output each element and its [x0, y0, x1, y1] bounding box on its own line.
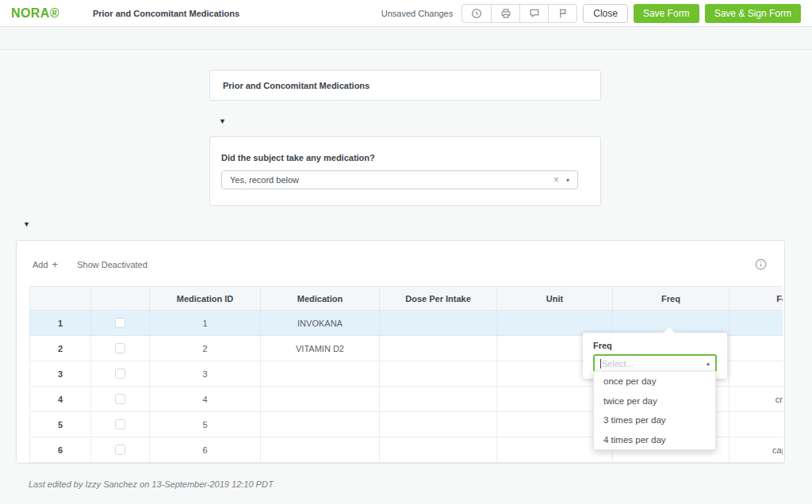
form-title: Prior and Concomitant Medications [93, 9, 239, 18]
dose-cell[interactable] [380, 361, 497, 387]
clear-selection-icon[interactable]: × [553, 174, 559, 185]
col-freq: Freq [613, 287, 730, 311]
table-toolbar: Add + Show Deactivated [33, 259, 147, 269]
history-icon[interactable] [462, 5, 491, 22]
close-button[interactable]: Close [583, 4, 628, 23]
freq-option[interactable]: once per day [594, 372, 715, 391]
freq-popup-label: Freq [593, 341, 717, 350]
medication-id-cell[interactable]: 5 [150, 412, 261, 437]
col-medication-id: Medication ID [150, 287, 261, 311]
flag-icon[interactable] [548, 5, 576, 22]
question-label: Did the subject take any medication? [221, 153, 589, 162]
comment-icon[interactable] [519, 5, 548, 22]
row-checkbox[interactable] [115, 368, 125, 379]
row-number-cell: 5 [30, 412, 91, 437]
medication-cell[interactable] [261, 387, 380, 412]
popup-caret [664, 327, 675, 333]
row-number-cell: 4 [30, 387, 91, 412]
row-checkbox[interactable] [115, 419, 125, 430]
row-select-cell [91, 336, 150, 361]
col-form: Form [730, 287, 783, 311]
medication-id-cell[interactable]: 2 [150, 336, 261, 361]
row-number-cell: 2 [30, 336, 91, 361]
section-title: Prior and Concomitant Medications [223, 81, 370, 90]
info-icon[interactable] [755, 258, 767, 273]
form-cell[interactable] [730, 412, 783, 437]
form-cell[interactable] [730, 336, 783, 361]
row-number-cell: 6 [30, 437, 91, 463]
medication-cell[interactable] [261, 412, 380, 437]
add-label: Add [33, 260, 48, 269]
freq-option[interactable]: 4 times per day [594, 430, 715, 450]
show-deactivated-toggle[interactable]: Show Deactivated [77, 260, 147, 269]
form-cell[interactable] [730, 311, 783, 336]
form-cell[interactable]: capsule [730, 437, 783, 463]
chevron-down-icon[interactable]: ▾ [566, 177, 569, 184]
selected-value: Yes, record below [230, 175, 553, 185]
col-unit: Unit [497, 287, 613, 311]
form-cell[interactable] [730, 361, 783, 387]
header-actions: Unsaved Changes Close Save Form Save & S… [381, 4, 801, 23]
dose-cell[interactable] [380, 336, 497, 361]
unit-cell[interactable] [497, 311, 613, 336]
row-checkbox[interactable] [115, 445, 125, 455]
last-edited-note: Last edited by Izzy Sanchez on 13-Septem… [29, 479, 274, 489]
nora-logo: NORA® [11, 6, 59, 21]
form-cell[interactable]: cream [730, 387, 783, 412]
row-select-cell [91, 361, 150, 387]
section-title-card: Prior and Concomitant Medications [209, 70, 601, 101]
freq-option[interactable]: twice per day [594, 391, 715, 411]
row-checkbox[interactable] [115, 318, 125, 328]
question-card: Did the subject take any medication? Yes… [209, 136, 601, 206]
col-select [91, 287, 150, 311]
print-icon[interactable] [491, 5, 519, 22]
sub-header-strip [0, 27, 812, 50]
medication-id-cell[interactable]: 1 [150, 311, 261, 336]
medication-id-cell[interactable]: 6 [150, 437, 261, 463]
header-icon-toolbar [462, 4, 577, 23]
medication-cell[interactable] [261, 361, 380, 387]
col-medication: Medication [261, 287, 380, 311]
medication-cell[interactable]: INVOKANA [261, 311, 380, 336]
collapse-arrow-icon[interactable]: ▼ [23, 221, 30, 228]
medication-question-select[interactable]: Yes, record below × ▾ [221, 170, 578, 189]
dose-cell[interactable] [380, 412, 497, 437]
row-select-cell [91, 412, 150, 437]
dose-cell[interactable] [380, 311, 497, 336]
freq-select-input[interactable]: Select... ▴ [593, 354, 717, 372]
freq-option[interactable]: 3 times per day [594, 410, 715, 430]
col-dose-per-intake: Dose Per Intake [380, 287, 497, 311]
table-header-row: Medication ID Medication Dose Per Intake… [30, 287, 783, 311]
dose-cell[interactable] [380, 437, 497, 463]
row-select-cell [91, 387, 150, 412]
top-header: NORA® Prior and Concomitant Medications … [0, 0, 812, 27]
col-rownum [30, 287, 91, 311]
row-select-cell [91, 437, 150, 463]
text-cursor [600, 359, 601, 368]
medication-id-cell[interactable]: 4 [150, 387, 261, 412]
medication-id-cell[interactable]: 3 [150, 361, 261, 387]
freq-options-dropdown: once per day twice per day 3 times per d… [593, 371, 716, 450]
row-checkbox[interactable] [115, 394, 125, 404]
row-number-cell: 3 [30, 361, 91, 387]
row-select-cell [91, 311, 150, 336]
save-form-button[interactable]: Save Form [634, 4, 699, 23]
row-number-cell: 1 [30, 311, 91, 336]
chevron-up-icon[interactable]: ▴ [707, 360, 710, 367]
plus-icon: + [52, 259, 59, 269]
collapse-arrow-icon[interactable]: ▼ [219, 118, 226, 125]
dose-cell[interactable] [380, 387, 497, 412]
row-checkbox[interactable] [115, 343, 125, 353]
unsaved-changes-status: Unsaved Changes [381, 9, 454, 18]
save-sign-form-button[interactable]: Save & Sign Form [705, 4, 801, 23]
add-row-button[interactable]: Add + [33, 259, 58, 269]
medication-cell[interactable] [261, 437, 380, 463]
freq-placeholder: Select... [602, 359, 707, 368]
medication-cell[interactable]: VITAMIN D2 [261, 336, 380, 361]
